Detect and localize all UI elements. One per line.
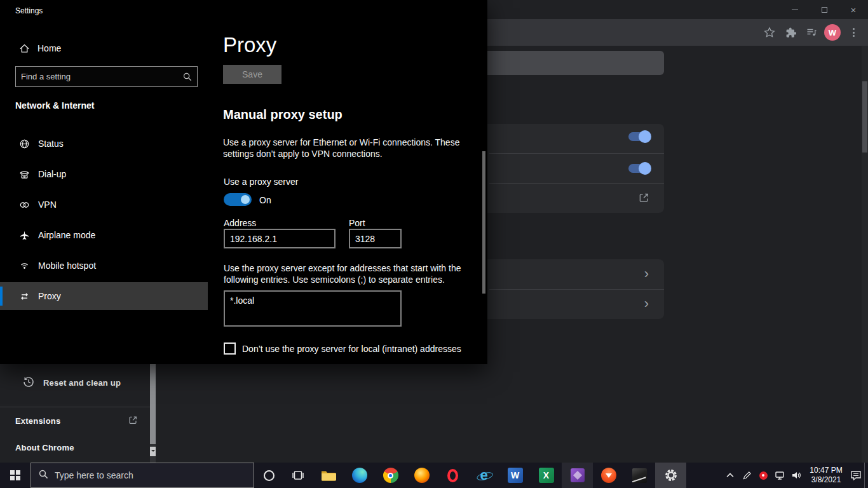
local-addresses-checkbox[interactable] bbox=[224, 342, 236, 355]
airplane-icon bbox=[19, 230, 30, 241]
divider bbox=[489, 183, 664, 184]
tray-volume-icon[interactable] bbox=[788, 463, 804, 488]
search-icon bbox=[39, 470, 48, 482]
chevron-right-icon[interactable]: › bbox=[644, 267, 649, 281]
taskbar-app-chrome[interactable] bbox=[375, 463, 406, 488]
visual-studio-icon bbox=[571, 468, 585, 482]
port-label: Port bbox=[349, 218, 365, 228]
sidebar-item-proxy[interactable]: Proxy bbox=[0, 282, 208, 310]
phone-icon bbox=[19, 169, 30, 180]
tray-red-status-icon[interactable] bbox=[755, 463, 771, 488]
taskbar-app-opera[interactable] bbox=[437, 463, 468, 488]
start-button[interactable] bbox=[0, 463, 31, 488]
settings-window: Settings × Home Network & Internet bbox=[0, 0, 487, 364]
scrollbar-thumb[interactable] bbox=[150, 364, 156, 444]
menu-item-label: About Chrome bbox=[15, 443, 74, 452]
taskbar-apps: e W X bbox=[313, 463, 686, 488]
sidebar-item-status[interactable]: Status bbox=[0, 130, 208, 158]
taskbar-app-excel[interactable]: X bbox=[531, 463, 562, 488]
extensions-icon[interactable] bbox=[782, 24, 799, 41]
taskbar-app-photos[interactable] bbox=[624, 463, 655, 488]
chrome-minimize-button[interactable] bbox=[780, 0, 810, 19]
taskbar-app-visual-studio[interactable] bbox=[562, 463, 593, 488]
brave-icon bbox=[601, 468, 616, 483]
tray-network-icon[interactable] bbox=[771, 463, 788, 488]
menu-item-label: Reset and clean up bbox=[43, 378, 121, 388]
sidebar-item-label: Proxy bbox=[38, 291, 61, 301]
reset-icon bbox=[23, 376, 34, 390]
sidebar-item-label: Status bbox=[38, 139, 64, 149]
settings-search-input[interactable] bbox=[16, 72, 178, 81]
taskbar-search[interactable] bbox=[31, 463, 254, 488]
vpn-icon bbox=[19, 200, 30, 210]
sidebar-item-vpn[interactable]: VPN bbox=[0, 191, 208, 219]
maximize-icon bbox=[822, 7, 827, 13]
taskbar: e W X 10:47 PM bbox=[0, 463, 868, 488]
chrome-menu-reset-and-clean-up[interactable]: Reset and clean up bbox=[23, 376, 121, 389]
profile-avatar[interactable]: W bbox=[824, 24, 841, 41]
page-title: Proxy bbox=[223, 33, 276, 57]
chrome-menu-about-chrome[interactable]: About Chrome bbox=[15, 441, 74, 454]
close-icon: × bbox=[851, 5, 857, 15]
clock-time: 10:47 PM bbox=[810, 466, 843, 475]
taskbar-app-internet-explorer[interactable]: e bbox=[468, 463, 499, 488]
save-button[interactable]: Save bbox=[223, 65, 281, 84]
opera-icon bbox=[447, 469, 458, 482]
divider bbox=[0, 407, 150, 407]
scrollbar-thumb[interactable] bbox=[862, 81, 867, 152]
taskbar-app-brave[interactable] bbox=[593, 463, 624, 488]
desktop: × W bbox=[0, 0, 868, 488]
photos-icon bbox=[632, 468, 647, 483]
sidebar-item-airplane-mode[interactable]: Airplane mode bbox=[0, 221, 208, 249]
sidebar-item-home[interactable]: Home bbox=[0, 37, 208, 60]
taskbar-search-input[interactable] bbox=[55, 470, 254, 480]
bookmark-star-icon[interactable] bbox=[761, 24, 778, 41]
clock-date: 3/8/2021 bbox=[810, 475, 843, 485]
taskbar-app-firefox[interactable] bbox=[406, 463, 437, 488]
taskbar-app-word[interactable]: W bbox=[499, 463, 531, 488]
open-in-new-icon[interactable] bbox=[639, 193, 649, 205]
toggle-state-label: On bbox=[259, 195, 271, 205]
hotspot-icon bbox=[19, 261, 30, 271]
action-center-button[interactable] bbox=[848, 463, 864, 488]
use-proxy-toggle[interactable] bbox=[224, 193, 252, 206]
tray-pen-icon[interactable] bbox=[738, 463, 755, 488]
menu-kebab-icon[interactable] bbox=[845, 24, 862, 41]
divider bbox=[489, 289, 664, 290]
exceptions-description: Use the proxy server except for addresse… bbox=[224, 262, 466, 285]
chrome-close-button[interactable]: × bbox=[839, 0, 868, 19]
task-view-button[interactable] bbox=[283, 463, 313, 488]
chevron-right-icon[interactable]: › bbox=[644, 297, 649, 311]
local-addresses-checkbox-label[interactable]: Don’t use the proxy server for local (in… bbox=[242, 344, 461, 354]
home-label: Home bbox=[37, 43, 61, 53]
chrome-page-scrollbar[interactable] bbox=[862, 46, 868, 463]
taskbar-app-file-explorer[interactable] bbox=[313, 463, 344, 488]
excel-icon: X bbox=[539, 468, 554, 483]
chrome-toggle-on[interactable] bbox=[628, 164, 650, 173]
chrome-toggle-on[interactable] bbox=[628, 132, 650, 141]
tray-chevron-up-icon[interactable] bbox=[722, 463, 738, 488]
chrome-sidebar-scrollbar[interactable] bbox=[150, 364, 156, 463]
media-controls-icon[interactable] bbox=[803, 24, 820, 41]
cortana-button[interactable] bbox=[254, 463, 283, 488]
port-input[interactable] bbox=[349, 229, 402, 248]
home-icon bbox=[19, 43, 30, 54]
taskbar-clock[interactable]: 10:47 PM 3/8/2021 bbox=[804, 466, 848, 485]
chrome-maximize-button[interactable] bbox=[810, 0, 839, 19]
settings-search-box bbox=[15, 66, 198, 87]
chrome-menu-extensions[interactable]: Extensions bbox=[15, 414, 137, 427]
settings-scrollbar-thumb[interactable] bbox=[482, 151, 485, 294]
file-explorer-icon bbox=[321, 469, 336, 482]
taskbar-app-edge[interactable] bbox=[344, 463, 375, 488]
sidebar-item-label: Mobile hotspot bbox=[38, 261, 96, 271]
taskbar-app-settings[interactable] bbox=[655, 463, 686, 488]
show-desktop-button[interactable] bbox=[864, 463, 868, 488]
address-input[interactable] bbox=[224, 229, 336, 248]
settings-gear-icon bbox=[664, 468, 678, 482]
exceptions-textarea[interactable]: *.local bbox=[224, 290, 402, 327]
search-icon[interactable] bbox=[178, 72, 197, 81]
scroll-down-button[interactable] bbox=[150, 447, 156, 456]
sidebar-item-dial-up[interactable]: Dial-up bbox=[0, 160, 208, 188]
sidebar-item-label: VPN bbox=[38, 200, 57, 210]
sidebar-item-mobile-hotspot[interactable]: Mobile hotspot bbox=[0, 252, 208, 280]
